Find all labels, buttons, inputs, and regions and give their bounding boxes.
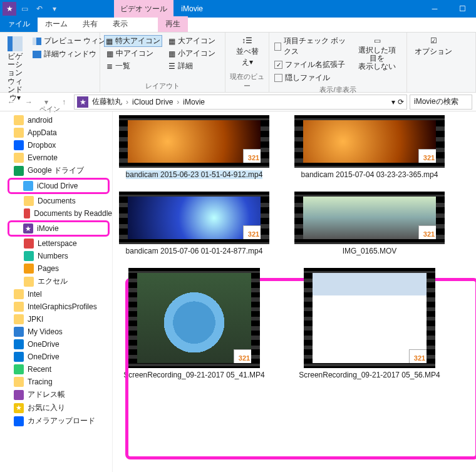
file-item[interactable]: 321ScreenRecording_09-21-2017 05_56.MP4: [294, 268, 445, 379]
file-list[interactable]: 321bandicam 2015-06-23 01-51-04-912.mp43…: [113, 111, 476, 472]
sort-button[interactable]: ↕☰並べ替え▾: [229, 35, 265, 69]
tree-item[interactable]: Letterspace: [0, 237, 112, 250]
tab-share[interactable]: 共有: [75, 16, 105, 32]
tree-item[interactable]: Pages: [0, 262, 112, 275]
title-bar: ★ ▭ ↶ ▾ ビデオ ツール iMovie ─ ☐: [0, 0, 476, 18]
tree-item-label: AppData: [28, 128, 57, 137]
crumb-seg1[interactable]: 佐藤勧丸: [90, 96, 125, 107]
tree-item-label: JPKI: [28, 315, 43, 324]
tree-item-label: Dropbox: [28, 141, 56, 150]
tree-item-label: android: [28, 116, 53, 125]
tree-item-label: OneDrive: [28, 340, 59, 349]
tab-file[interactable]: ァイル: [0, 16, 38, 32]
options-button[interactable]: ☑オプション: [411, 35, 456, 58]
tree-item[interactable]: IntelGraphicsProfiles: [0, 300, 112, 313]
tree-item[interactable]: Dropbox: [0, 139, 112, 151]
tree-item[interactable]: カメラアップロード: [0, 414, 112, 428]
layout-md-button[interactable]: ▦中アイコン: [104, 48, 162, 59]
tree-item[interactable]: OneDrive: [0, 338, 112, 351]
onedrive-icon: [14, 339, 24, 349]
tree-item[interactable]: Evernote: [0, 151, 112, 164]
tree-item[interactable]: My Videos: [0, 326, 112, 338]
tree-item[interactable]: android: [0, 114, 112, 126]
tree-item[interactable]: Tracing: [0, 376, 112, 388]
tree-item-label: Google ドライブ: [28, 165, 84, 176]
minimize-button[interactable]: ─: [421, 0, 448, 18]
tree-item[interactable]: Google ドライブ: [0, 164, 112, 177]
grid-icon: ▦: [168, 37, 175, 46]
up-button[interactable]: ↑: [56, 95, 71, 110]
chk-checkboxes[interactable]: 項目チェック ボックス: [273, 35, 348, 58]
file-item[interactable]: 321bandicam 2015-07-06 01-01-24-877.mp4: [119, 192, 269, 255]
layout-list-button[interactable]: ≣一覧: [104, 60, 162, 72]
tree-item-label: Intel: [28, 290, 42, 299]
tree-item[interactable]: AppData: [0, 126, 112, 139]
ribbon-tabs: ァイル ホーム 共有 表示 再生: [0, 18, 476, 33]
preview-icon: [33, 38, 41, 45]
chk-hidden[interactable]: 隠しファイル: [273, 72, 348, 84]
layout-detail-button[interactable]: ☰詳細: [166, 60, 218, 72]
tree-item[interactable]: エクセル: [0, 275, 112, 288]
crumb-seg2[interactable]: iCloud Drive: [130, 98, 175, 106]
breadcrumb[interactable]: ★ 佐藤勧丸› iCloud Drive› iMovie ▾⟳: [74, 95, 407, 110]
refresh-icon[interactable]: ⟳: [398, 98, 404, 106]
file-item[interactable]: 321ScreenRecording_09-21-2017 05_41.MP4: [119, 268, 269, 379]
history-dropdown[interactable]: ▾: [39, 95, 54, 110]
tree-item[interactable]: アドレス帳: [0, 388, 112, 401]
nav-tree[interactable]: androidAppDataDropboxEvernoteGoogle ドライブ…: [0, 111, 113, 472]
tree-item[interactable]: Intel: [0, 288, 112, 300]
file-thumbnail[interactable]: 321: [304, 268, 435, 368]
tree-item-label: お気に入り: [28, 403, 65, 413]
tab-play[interactable]: 再生: [158, 16, 188, 32]
tree-item[interactable]: Documents by Readdle: [0, 207, 112, 220]
layout-sm-button[interactable]: ▦小アイコン: [166, 48, 218, 59]
file-thumbnail[interactable]: 321: [294, 192, 445, 244]
tree-item-label: エクセル: [38, 276, 68, 287]
forward-button[interactable]: →: [21, 95, 36, 110]
tree-item[interactable]: Recent: [0, 363, 112, 376]
file-thumbnail[interactable]: 321: [119, 115, 269, 168]
ribbon: ビゲーション ウィンドウ▾ プレビュー ウィンドウ 詳細ウィンドウ ペイン ▦特…: [0, 33, 476, 93]
folder-icon: [14, 377, 24, 387]
qat-redo-icon[interactable]: ▾: [48, 2, 61, 16]
file-item[interactable]: 321bandicam 2015-06-23 01-51-04-912.mp4: [119, 115, 269, 179]
crumb-seg3[interactable]: iMovie: [180, 98, 207, 106]
file-thumbnail[interactable]: 321: [294, 115, 445, 168]
tree-item-label: アドレス帳: [28, 389, 65, 400]
tree-item-label: iMovie: [37, 224, 59, 233]
tree-item[interactable]: OneDrive: [0, 351, 112, 363]
tree-item[interactable]: ★iMovie: [8, 220, 110, 237]
folder-icon: [14, 314, 24, 324]
sort-icon: ↕☰: [242, 36, 252, 45]
file-name: IMG_0165.MOV: [343, 247, 397, 255]
file-item[interactable]: 321IMG_0165.MOV: [294, 192, 445, 255]
qat-save-icon[interactable]: ▭: [18, 2, 31, 16]
codec-badge: 321: [418, 225, 440, 243]
codec-badge: 321: [418, 149, 440, 167]
maximize-button[interactable]: ☐: [448, 0, 476, 18]
tree-item[interactable]: iCloud Drive: [8, 178, 110, 194]
hide-selected-button[interactable]: ▭選択した項目を 表示しない: [351, 35, 403, 73]
file-item[interactable]: 321bandicam 2015-07-04 03-23-23-365.mp4: [294, 115, 445, 179]
layout-lg-button[interactable]: ▦大アイコン: [166, 35, 218, 47]
folder-icon: [14, 153, 24, 163]
tree-item[interactable]: ★お気に入り: [0, 401, 112, 414]
back-button[interactable]: ←: [4, 95, 19, 110]
tree-item[interactable]: Numbers: [0, 250, 112, 262]
contacts-icon: [14, 390, 24, 400]
qat-undo-icon[interactable]: ↶: [33, 2, 46, 16]
file-thumbnail[interactable]: 321: [128, 268, 260, 368]
dropbox-icon: [14, 140, 24, 150]
search-box[interactable]: iMovieの検索: [410, 95, 472, 110]
tree-item[interactable]: Documents: [0, 195, 112, 207]
tab-view[interactable]: 表示: [105, 16, 135, 32]
folder-icon: [24, 277, 34, 287]
tab-home[interactable]: ホーム: [38, 16, 75, 32]
folder-icon: [14, 302, 24, 312]
dropdown-icon[interactable]: ▾: [391, 98, 395, 106]
layout-xl-button[interactable]: ▦特大アイコン: [104, 35, 162, 47]
app-icon: [24, 239, 34, 249]
chk-extensions[interactable]: ✓ファイル名拡張子: [273, 59, 348, 71]
file-thumbnail[interactable]: 321: [119, 192, 269, 244]
tree-item[interactable]: JPKI: [0, 313, 112, 326]
